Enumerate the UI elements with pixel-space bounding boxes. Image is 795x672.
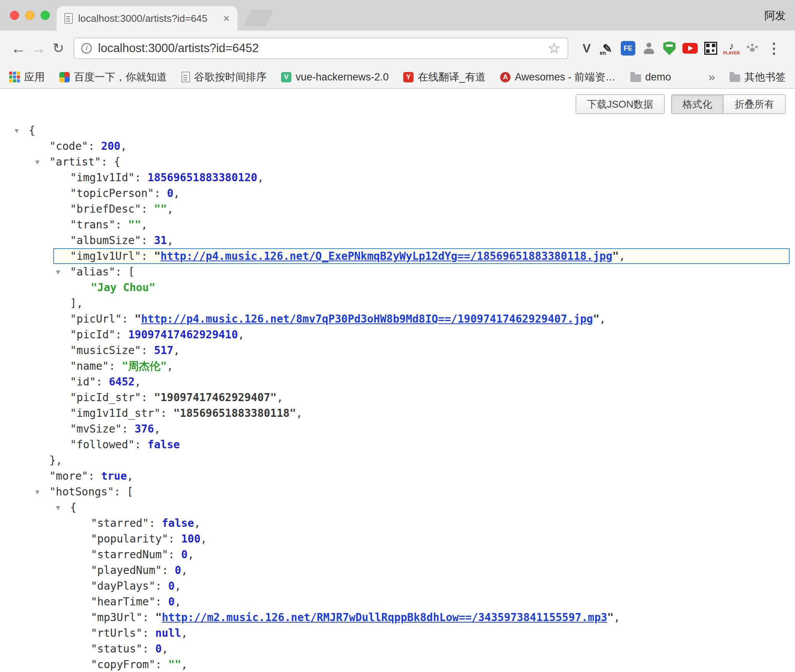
json-comma: , <box>619 250 625 262</box>
json-line: "popularity": 100, <box>0 531 795 547</box>
json-value: 376 <box>135 423 154 435</box>
reload-icon[interactable]: ↻ <box>48 40 68 56</box>
youdao-translate-extension-icon[interactable]: ✎ en <box>599 40 616 57</box>
bookmark-star-icon[interactable]: ☆ <box>548 40 561 57</box>
json-line: "picId_str": "19097417462929407", <box>0 390 795 405</box>
tab-title: localhost:3000/artists?id=645 <box>78 13 219 25</box>
bookmark-label: 应用 <box>24 70 45 84</box>
close-window-button[interactable] <box>10 11 19 20</box>
collapse-toggle-icon[interactable]: ▼ <box>56 500 60 515</box>
qrcode-extension-icon[interactable] <box>702 40 719 57</box>
json-colon: : <box>135 171 148 184</box>
page-info-icon[interactable]: i <box>81 43 92 54</box>
collapse-toggle-icon[interactable]: ▼ <box>15 123 19 138</box>
qrcode-icon <box>704 42 717 55</box>
json-link-value[interactable]: http://p4.music.126.net/8mv7qP30Pd3oHW8b… <box>141 313 593 325</box>
json-comma: , <box>173 187 180 200</box>
new-tab-button[interactable] <box>244 10 273 26</box>
json-key: "starred" <box>91 517 149 529</box>
back-icon[interactable]: ← <box>8 40 28 57</box>
json-key: "briefDesc" <box>70 203 141 215</box>
forward-icon[interactable]: → <box>28 40 48 57</box>
bookmarks-overflow-icon[interactable]: » <box>708 70 715 84</box>
json-line: "followed": false <box>0 437 795 452</box>
other-bookmarks[interactable]: 其他书签 <box>730 70 786 84</box>
fehelper-extension-icon[interactable]: FE <box>620 40 636 57</box>
json-value: 0 <box>167 187 173 200</box>
page-content: 下载JSON数据 格式化 折叠所有 ▼{"code": 200,▼"artist… <box>0 89 795 672</box>
bookmark-label: 在线翻译_有道 <box>418 70 486 84</box>
json-line: "hearTime": 0, <box>0 594 795 610</box>
collapse-toggle-icon[interactable]: ▼ <box>35 154 39 170</box>
tab-close-icon[interactable]: × <box>223 12 230 25</box>
collapse-all-button[interactable]: 折叠所有 <box>723 94 786 114</box>
music-note-icon: ♪ <box>729 41 734 51</box>
profile-name[interactable]: 阿发 <box>764 8 786 23</box>
collapse-toggle-icon[interactable]: ▼ <box>56 264 60 280</box>
vimium-extension-icon[interactable]: V <box>578 40 595 57</box>
json-comma: , <box>141 218 147 231</box>
json-colon: : <box>155 658 168 671</box>
folder-icon <box>730 74 740 82</box>
window-controls <box>10 11 50 20</box>
youtube-play-icon <box>682 43 698 54</box>
json-line: "status": 0, <box>0 641 795 657</box>
json-key: "hotSongs" <box>49 485 114 498</box>
zoom-window-button[interactable] <box>41 11 50 20</box>
json-link-value[interactable]: http://p4.music.126.net/Q_ExePNkmqB2yWyL… <box>160 250 612 262</box>
json-colon: : <box>115 218 128 231</box>
bookmark-item-baidu[interactable]: 百度一下，你就知道 <box>59 70 167 84</box>
json-link-value[interactable]: http://m2.music.126.net/RMJR7wDullRqppBk… <box>162 611 607 624</box>
json-comma: , <box>257 171 264 184</box>
json-comma: , <box>127 470 133 482</box>
json-line: ▼"artist": { <box>0 154 795 170</box>
json-bracket: }, <box>49 454 62 467</box>
json-colon: : <box>168 533 181 545</box>
json-key: "code" <box>49 140 88 152</box>
json-bracket: [ <box>127 485 133 498</box>
player-extension-icon[interactable]: ♪ PLAYER <box>723 40 740 57</box>
json-key: "followed" <box>70 438 135 451</box>
player-label: PLAYER <box>723 51 740 55</box>
bookmark-item-demo[interactable]: demo <box>630 71 671 83</box>
json-bracket: ], <box>70 297 83 310</box>
address-bar[interactable]: i localhost:3000/artists?id=6452 ☆ <box>74 38 568 59</box>
youtube-extension-icon[interactable] <box>682 40 698 57</box>
bookmark-item-youdao[interactable]: Y 在线翻译_有道 <box>403 70 486 84</box>
json-key: "picId_str" <box>70 391 141 404</box>
url-text[interactable]: localhost:3000/artists?id=6452 <box>98 41 548 55</box>
json-line: "briefDesc": "", <box>0 201 795 217</box>
browser-menu-icon[interactable]: ⋮ <box>767 40 781 57</box>
json-key: "starredNum" <box>91 548 168 561</box>
minimize-window-button[interactable] <box>25 11 34 20</box>
shield-extension-icon[interactable] <box>661 40 678 57</box>
json-key: "trans" <box>70 218 115 231</box>
bookmark-item-vue-hackernews[interactable]: V vue-hackernews-2.0 <box>281 71 389 83</box>
bookmark-item-google-sort[interactable]: 谷歌按时间排序 <box>182 70 267 84</box>
json-quote: " <box>155 611 162 624</box>
browser-tab[interactable]: localhost:3000/artists?id=645 × <box>57 6 237 31</box>
json-colon: : <box>141 391 154 404</box>
bookmark-item-apps[interactable]: 应用 <box>9 70 45 84</box>
profile-person-extension-icon[interactable] <box>640 40 657 57</box>
json-colon: : <box>88 470 101 482</box>
json-line: "mvSize": 376, <box>0 421 795 437</box>
json-line: "code": 200, <box>0 138 795 154</box>
bookmark-label: 百度一下，你就知道 <box>74 70 167 84</box>
json-line: "name": "周杰伦", <box>0 358 795 374</box>
format-button[interactable]: 格式化 <box>671 94 723 114</box>
youdao-favicon-icon: Y <box>403 72 414 82</box>
json-key: "topicPerson" <box>70 187 154 200</box>
json-value: false <box>162 517 194 529</box>
json-quote: " <box>154 250 160 262</box>
json-key: "hearTime" <box>91 595 155 608</box>
fehelper-glyph: FE <box>621 41 635 56</box>
paw-extension-icon[interactable] <box>744 40 761 57</box>
json-line: "musicSize": 517, <box>0 343 795 358</box>
json-line: ▼"hotSongs": [ <box>0 484 795 500</box>
json-comma: , <box>194 517 201 529</box>
bookmark-item-awesomes[interactable]: A Awesomes - 前端资… <box>500 70 616 84</box>
json-value: "" <box>128 218 141 231</box>
download-json-button[interactable]: 下载JSON数据 <box>576 94 665 114</box>
collapse-toggle-icon[interactable]: ▼ <box>35 484 39 500</box>
